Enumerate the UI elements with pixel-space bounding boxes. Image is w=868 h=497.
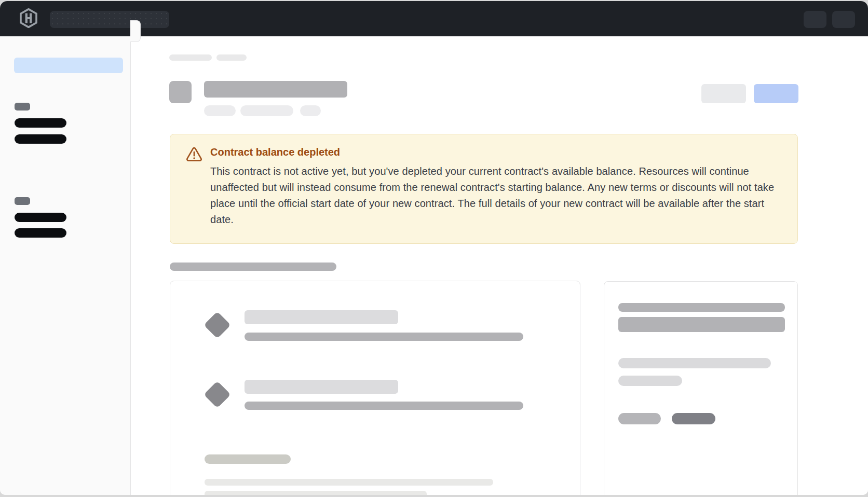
- navbar-action-button-1[interactable]: [804, 11, 826, 28]
- page-tag-skeleton-3: [300, 105, 321, 116]
- page-title-skeleton: [204, 81, 347, 98]
- timeline-entry-title-skeleton-1: [245, 310, 398, 324]
- summary-line-skeleton-2: [618, 376, 682, 386]
- app-window: Contract balance depleted This contract …: [0, 1, 868, 495]
- navbar-action-button-2[interactable]: [832, 11, 855, 28]
- timeline-card: [170, 281, 580, 495]
- warning-alert: Contract balance depleted This contract …: [170, 134, 798, 244]
- breadcrumb-skeleton-1: [169, 54, 212, 61]
- primary-button-skeleton[interactable]: [754, 84, 798, 103]
- hashicorp-logo-icon: [19, 8, 38, 28]
- summary-card: [604, 281, 798, 495]
- alert-title: Contract balance depleted: [210, 145, 779, 159]
- page-icon-skeleton: [169, 81, 192, 103]
- sidebar-nav-item-skeleton-3: [15, 213, 66, 222]
- navbar-search-skeleton[interactable]: [50, 11, 169, 28]
- warning-triangle-icon: [185, 146, 203, 163]
- alert-text-block: Contract balance depleted This contract …: [210, 145, 779, 228]
- timeline-footer-line-skeleton-2: [205, 491, 427, 495]
- page-tag-skeleton-1: [204, 105, 236, 116]
- timeline-footer-line-skeleton-1: [205, 479, 493, 486]
- sidebar-nav-item-skeleton-2: [15, 134, 66, 144]
- sidebar-section-label-skeleton-1: [15, 103, 30, 111]
- sidebar-active-item-skeleton[interactable]: [14, 58, 123, 73]
- timeline-entry-bar-skeleton-2: [245, 402, 523, 410]
- summary-pill-skeleton-1: [618, 413, 661, 424]
- timeline-diamond-icon-1: [204, 311, 230, 338]
- timeline-diamond-icon-2: [204, 381, 230, 408]
- summary-line-skeleton-1: [618, 358, 771, 368]
- sidebar-nav-item-skeleton-1: [15, 118, 66, 128]
- alert-body: This contract is not active yet, but you…: [210, 163, 779, 228]
- section-title-skeleton: [170, 263, 336, 271]
- sidebar-section-label-skeleton-2: [15, 197, 30, 205]
- breadcrumb-skeleton-2: [216, 54, 247, 61]
- timeline-entry-title-skeleton-2: [245, 380, 398, 394]
- summary-title-skeleton-2: [618, 317, 785, 332]
- summary-pill-skeleton-2: [672, 413, 715, 424]
- secondary-button-skeleton[interactable]: [701, 84, 746, 103]
- sidebar: [0, 36, 131, 495]
- sidebar-collapse-tab[interactable]: [130, 20, 141, 42]
- page-tag-skeleton-2: [240, 105, 293, 116]
- summary-title-skeleton-1: [618, 303, 785, 312]
- timeline-footer-label-skeleton: [205, 454, 291, 464]
- main-content: Contract balance depleted This contract …: [131, 36, 868, 495]
- timeline-entry-bar-skeleton-1: [245, 333, 523, 341]
- sidebar-nav-item-skeleton-4: [15, 228, 66, 238]
